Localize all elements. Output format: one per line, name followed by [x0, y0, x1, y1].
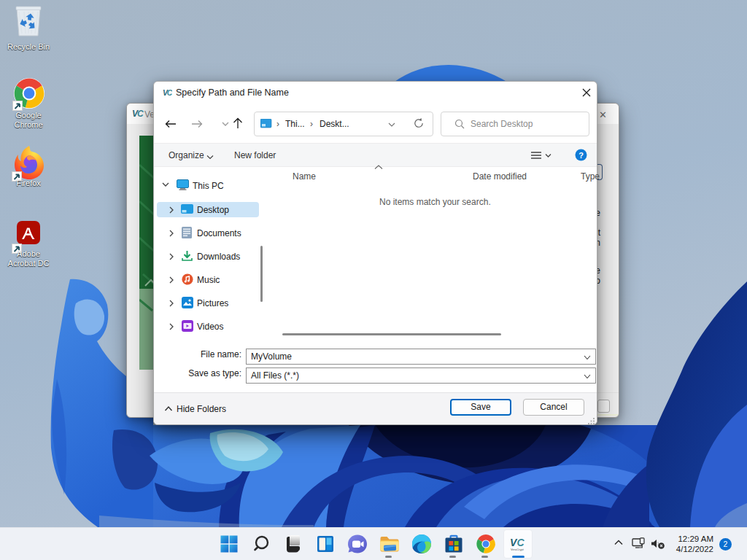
svg-text:C: C [167, 89, 172, 97]
svg-text:?: ? [578, 151, 584, 160]
svg-text:VeraCrypt: VeraCrypt [511, 548, 525, 551]
svg-text:C: C [137, 109, 144, 119]
